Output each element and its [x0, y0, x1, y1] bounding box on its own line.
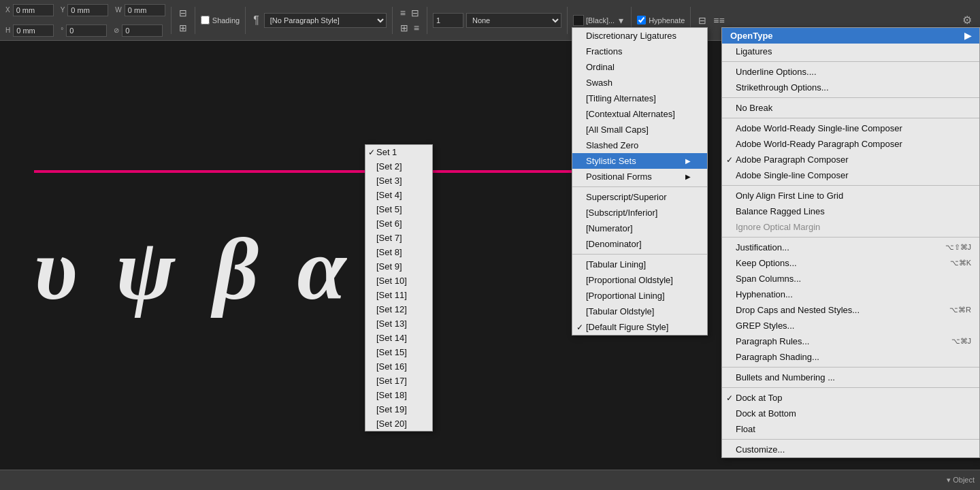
right-menu-item-paragraph-composer[interactable]: Adobe Paragraph Composer	[722, 152, 979, 167]
right-menu-item-underline-options[interactable]: Underline Options....	[722, 64, 979, 80]
menu-item-denominator[interactable]: [Denominator]	[572, 236, 707, 252]
menu-item-set6[interactable]: [Set 6]	[365, 216, 432, 231]
hyphenate-checkbox[interactable]	[637, 16, 646, 24]
distribute-button[interactable]: ≡≡	[711, 14, 726, 27]
skew-input[interactable]: 0	[122, 24, 163, 37]
menu-item-positional-forms[interactable]: Positional Forms ▶	[572, 169, 707, 184]
right-menu-item-drop-caps[interactable]: Drop Caps and Nested Styles... ⌥⌘R	[722, 302, 979, 318]
canvas-content: υ ψ β α	[34, 191, 355, 320]
h-icon: H	[5, 27, 10, 34]
paragraph-style-dropdown[interactable]: [No Paragraph Style]	[264, 13, 387, 28]
width-input[interactable]: 0 mm	[125, 4, 165, 16]
separator	[722, 97, 979, 98]
menu-item-superscript[interactable]: Superscript/Superior	[572, 189, 707, 205]
right-menu-item-balance-ragged[interactable]: Balance Ragged Lines	[722, 203, 979, 219]
paragraph-align-button[interactable]: ⊟	[696, 14, 708, 27]
right-menu-item-span-columns[interactable]: Span Columns...	[722, 271, 979, 287]
right-menu-item-float[interactable]: Float	[722, 421, 979, 437]
right-menu-item-dock-bottom[interactable]: Dock at Bottom	[722, 406, 979, 421]
right-menu-item-bullets-numbering[interactable]: Bullets and Numbering ...	[722, 370, 979, 385]
align-group: ⊟ ⊞	[177, 6, 189, 35]
menu-item-numerator[interactable]: [Numerator]	[572, 220, 707, 236]
justification-shortcut: ⌥⇧⌘J	[945, 243, 972, 252]
menu-item-set19[interactable]: [Set 19]	[365, 402, 432, 416]
pink-guide-line	[34, 170, 578, 173]
right-menu-item-only-align-first[interactable]: Only Align First Line to Grid	[722, 188, 979, 203]
right-menu-item-strikethrough-options[interactable]: Strikethrough Options...	[722, 80, 979, 95]
menu-label: [Set 2]	[376, 161, 402, 172]
menu-item-set3[interactable]: [Set 3]	[365, 174, 432, 188]
right-menu-item-no-break[interactable]: No Break	[722, 100, 979, 116]
menu-item-fractions[interactable]: Fractions	[572, 44, 707, 59]
right-menu-item-ligatures[interactable]: Ligatures	[722, 44, 979, 59]
menu-item-tabular-lining[interactable]: [Tabular Lining]	[572, 257, 707, 272]
toolbar-position-group: X 0 mm Y 0 mm W 0 mm H 0 mm ° 0 ⊘ 0	[5, 1, 165, 40]
menu-item-set8[interactable]: [Set 8]	[365, 245, 432, 259]
align-center-text-button[interactable]: ⊟	[409, 6, 421, 20]
none-dropdown[interactable]: None	[466, 13, 561, 28]
right-menu-item-customize[interactable]: Customize...	[722, 442, 979, 457]
menu-label: [Set 15]	[376, 347, 407, 357]
menu-item-set16[interactable]: [Set 16]	[365, 359, 432, 374]
menu-item-all-small-caps[interactable]: [All Small Caps]	[572, 122, 707, 137]
color-dropdown-button[interactable]: ▾	[617, 14, 625, 27]
menu-item-tabular-oldstyle[interactable]: [Tabular Oldstyle]	[572, 304, 707, 319]
menu-item-discretionary-ligatures[interactable]: Discretionary Ligatures	[572, 28, 707, 44]
menu-item-set13[interactable]: [Set 13]	[365, 316, 432, 331]
align-left-text-button[interactable]: ≡	[398, 6, 408, 20]
menu-item-set18[interactable]: [Set 18]	[365, 388, 432, 402]
align-right-text-button[interactable]: ⊞	[398, 21, 410, 35]
text-align-icon[interactable]: ¶	[251, 13, 261, 28]
menu-item-set9[interactable]: [Set 9]	[365, 259, 432, 274]
right-menu-item-dock-top[interactable]: Dock at Top	[722, 390, 979, 406]
menu-item-set1[interactable]: ✓ Set 1	[365, 145, 432, 159]
right-menu-item-justification[interactable]: Justification... ⌥⇧⌘J	[722, 240, 979, 255]
menu-item-set4[interactable]: [Set 4]	[365, 188, 432, 202]
fill-color-button[interactable]	[573, 15, 584, 26]
menu-item-set7[interactable]: [Set 7]	[365, 231, 432, 245]
right-menu-item-grep-styles[interactable]: GREP Styles...	[722, 318, 979, 333]
align-justify-button[interactable]: ≡	[412, 21, 421, 35]
menu-item-stylistic-sets[interactable]: Stylistic Sets ▶	[572, 153, 707, 169]
height-input[interactable]: 0 mm	[13, 24, 54, 37]
right-menu-item-paragraph-shading[interactable]: Paragraph Shading...	[722, 349, 979, 365]
menu-label: [Tabular Lining]	[586, 259, 646, 270]
menu-item-proportional-lining[interactable]: [Proportional Lining]	[572, 288, 707, 304]
menu-item-set14[interactable]: [Set 14]	[365, 331, 432, 345]
angle-input[interactable]: 0	[66, 24, 107, 37]
menu-item-set5[interactable]: [Set 5]	[365, 202, 432, 216]
menu-item-contextual-alternates[interactable]: [Contextual Alternates]	[572, 106, 707, 122]
menu-item-set11[interactable]: [Set 11]	[365, 288, 432, 302]
menu-label: [Titling Alternates]	[586, 93, 656, 103]
right-menu-item-hyphenation[interactable]: Hyphenation...	[722, 287, 979, 302]
x-position-input[interactable]: 0 mm	[13, 4, 54, 16]
right-menu-item-single-line-composer[interactable]: Adobe Single-line Composer	[722, 167, 979, 183]
menu-item-titling-alternates[interactable]: [Titling Alternates]	[572, 91, 707, 106]
right-menu-item-paragraph-rules[interactable]: Paragraph Rules... ⌥⌘J	[722, 333, 979, 349]
menu-item-ordinal[interactable]: Ordinal	[572, 59, 707, 75]
shading-checkbox[interactable]	[201, 16, 210, 24]
menu-item-subscript[interactable]: [Subscript/Inferior]	[572, 205, 707, 220]
settings-gear-button[interactable]: ⚙	[960, 12, 975, 28]
right-menu-item-world-ready-single[interactable]: Adobe World-Ready Single-line Composer	[722, 120, 979, 136]
menu-item-set12[interactable]: [Set 12]	[365, 302, 432, 316]
y-position-input[interactable]: 0 mm	[67, 4, 108, 16]
menu-item-set17[interactable]: [Set 17]	[365, 374, 432, 388]
right-menu-item-world-ready-paragraph[interactable]: Adobe World-Ready Paragraph Composer	[722, 136, 979, 152]
menu-item-default-figure-style[interactable]: ✓ [Default Figure Style]	[572, 319, 707, 335]
align-left-button[interactable]: ⊟	[177, 6, 189, 20]
menu-item-set10[interactable]: [Set 10]	[365, 274, 432, 288]
menu-label: Ordinal	[586, 62, 615, 72]
menu-item-set20[interactable]: [Set 20]	[365, 416, 432, 431]
right-menu-item-keep-options[interactable]: Keep Options... ⌥⌘K	[722, 255, 979, 271]
menu-item-swash[interactable]: Swash	[572, 75, 707, 91]
x-icon: X	[5, 6, 10, 14]
menu-item-set15[interactable]: [Set 15]	[365, 345, 432, 359]
submenu-arrow: ▶	[685, 173, 691, 180]
menu-item-proportional-oldstyle[interactable]: [Proportional Oldstyle]	[572, 272, 707, 288]
menu-item-set2[interactable]: [Set 2]	[365, 159, 432, 174]
align-right-button[interactable]: ⊞	[177, 21, 189, 35]
menu-item-slashed-zero[interactable]: Slashed Zero	[572, 137, 707, 153]
opentype-submenu-container: Discretionary Ligatures Fractions Ordina…	[572, 27, 708, 336]
column-count-input[interactable]: 1	[433, 13, 463, 28]
